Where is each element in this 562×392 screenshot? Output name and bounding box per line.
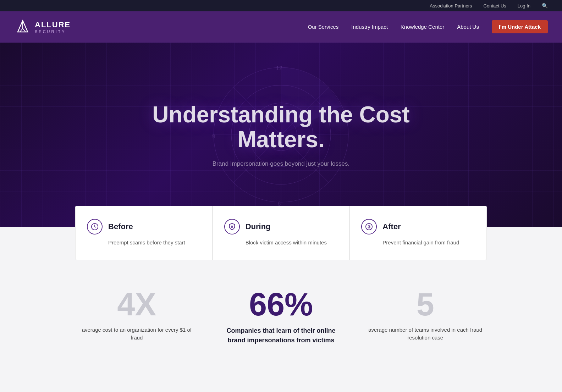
utility-link-contact-us[interactable]: Contact Us [484,3,506,9]
stat-item-66pct: 66% Companies that learn of their online… [209,288,353,345]
utility-link-association-partners[interactable]: Association Partners [430,3,472,9]
hero-title: Understanding the Cost Matters. [152,102,409,152]
svg-line-3 [23,28,26,32]
feature-during-title: During [246,222,271,231]
feature-card-before: Before Preempt scams before they start [75,206,213,260]
nav-cta-button[interactable]: I'm Under Attack [492,20,548,33]
main-navigation: ALLURE SECURITY Our Services Industry Im… [0,11,562,43]
hero-section: 12 3 6 9 Understanding the Cost Matters.… [0,43,562,227]
feature-card-after-header: After [361,219,475,234]
feature-before-title: Before [108,222,133,231]
logo-brand-sub: SECURITY [35,29,71,34]
stat-desc-5: average number of teams involved in each… [367,326,483,342]
feature-card-before-header: Before [87,219,201,234]
stats-section: 4X average cost to an organization for e… [50,260,512,366]
svg-line-2 [20,28,23,32]
feature-card-during: During Block victim access within minute… [213,206,350,260]
feature-during-desc: Block victim access within minutes [224,239,338,247]
feature-card-during-header: During [224,219,338,234]
during-icon [224,219,240,234]
hero-subtitle: Brand Impersonation goes beyond just you… [175,160,387,167]
nav-link-about-us[interactable]: About Us [457,24,479,30]
nav-links-list: Our Services Industry Impact Knowledge C… [308,24,548,30]
hero-content: Understanding the Cost Matters. Brand Im… [138,81,424,189]
stat-item-5: 5 average number of teams involved in ea… [353,288,497,345]
nav-link-our-services[interactable]: Our Services [308,24,339,30]
feature-after-desc: Prevent financial gain from fraud [361,239,475,247]
stat-desc-4x: average cost to an organization for ever… [79,326,195,342]
search-icon[interactable]: 🔍 [542,3,548,9]
utility-link-log-in[interactable]: Log In [518,3,530,9]
logo-text-block: ALLURE SECURITY [35,20,71,34]
stat-number-4x: 4X [79,288,195,320]
stat-item-4x: 4X average cost to an organization for e… [65,288,209,345]
before-icon [87,219,103,234]
logo-link[interactable]: ALLURE SECURITY [14,18,71,35]
feature-before-desc: Preempt scams before they start [87,239,201,247]
after-icon [361,219,377,234]
feature-cards-section: Before Preempt scams before they start D… [68,206,494,260]
stat-desc-66pct: Companies that learn of their online bra… [223,326,339,345]
logo-brand-name: ALLURE [35,20,71,29]
stat-number-66pct: 66% [223,288,339,320]
feature-card-after: After Prevent financial gain from fraud [349,206,487,260]
logo-svg-icon [14,18,31,35]
nav-link-industry-impact[interactable]: Industry Impact [351,24,388,30]
feature-after-title: After [382,222,401,231]
nav-link-knowledge-center[interactable]: Knowledge Center [401,24,444,30]
utility-bar: Association Partners Contact Us Log In 🔍 [0,0,562,11]
stat-number-5: 5 [367,288,483,320]
